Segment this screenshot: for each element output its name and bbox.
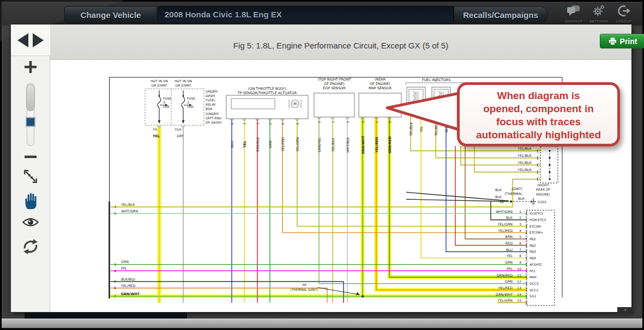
svg-text:UNDER-: UNDER- — [206, 89, 218, 93]
annotation-callout: When diagram is opened, component in foc… — [457, 82, 620, 146]
svg-text:HOT IN ON: HOT IN ON — [174, 80, 192, 83]
svg-text:BLK: BLK — [506, 216, 513, 219]
map-sensor-group: (REAROF ENGINE)MAP SENSOR3GRN/WHT1YEL/RE… — [359, 77, 401, 154]
svg-text:13: 13 — [517, 286, 521, 290]
contact-button[interactable]: CONTACT — [562, 5, 586, 26]
zoom-in-button[interactable] — [11, 59, 50, 77]
svg-text:S2: S2 — [499, 200, 504, 204]
svg-text:WHT/BLK: WHT/BLK — [346, 137, 350, 152]
svg-text:YEL/BLU: YEL/BLU — [331, 138, 335, 152]
svg-text:DASH: DASH — [206, 94, 215, 97]
svg-text:EOP SENSOR: EOP SENSOR — [323, 86, 346, 90]
svg-text:BRN: BRN — [505, 235, 513, 239]
svg-text:3: 3 — [163, 101, 165, 104]
next-figure-arrow-icon[interactable] — [33, 33, 44, 47]
gear-icon — [592, 5, 606, 17]
svg-text:BOX: BOX — [206, 107, 212, 111]
injector-splice-group: YEL/BLKYEL/BLKYEL/BLKYEL/BLK — [517, 146, 558, 184]
refresh-button[interactable] — [11, 237, 50, 259]
visibility-button[interactable] — [11, 216, 50, 230]
svg-text:MAP SENSOR: MAP SENSOR — [369, 86, 392, 90]
zoom-slider-thumb[interactable] — [26, 84, 35, 111]
zoom-out-button[interactable] — [11, 152, 50, 162]
figure-title: Fig 5: 1.8L, Engine Performance Circuit,… — [50, 41, 631, 50]
diagram-canvas[interactable]: HOT IN ONOR STARTFUSE310AF5YELHOT IN ONO… — [50, 60, 631, 312]
svg-text:1: 1 — [375, 121, 378, 123]
svg-text:PPL: PPL — [121, 266, 128, 270]
svg-text:YEL/BLK: YEL/BLK — [517, 161, 532, 164]
svg-text:RED: RED — [505, 241, 513, 245]
svg-text:HOT IN ON: HOT IN ON — [151, 80, 168, 83]
svg-text:YEL/BLK: YEL/BLK — [121, 203, 135, 206]
settings-button[interactable]: SETTINGS — [587, 5, 611, 26]
svg-text:GRN/RED: GRN/RED — [388, 136, 392, 153]
svg-text:10A: 10A — [163, 105, 169, 108]
svg-text:15A: 15A — [187, 105, 193, 108]
recalls-campaigns-button[interactable]: Recalls/Campaigns — [454, 6, 547, 23]
print-button[interactable]: Print — [600, 34, 644, 48]
svg-text:PPL: PPL — [507, 267, 513, 271]
svg-text:M: M — [293, 102, 297, 106]
svg-text:PGM ETCS: PGM ETCS — [529, 218, 546, 222]
zoom-slider-handle[interactable] — [26, 117, 35, 127]
svg-text:(UNDER: (UNDER — [206, 112, 219, 115]
svg-text:4: 4 — [519, 229, 521, 233]
prev-figure-arrow-icon[interactable] — [17, 33, 28, 47]
viewer-toolbar — [11, 25, 50, 312]
svg-text:GRN: GRN — [505, 260, 513, 264]
svg-text:YEL/BLK: YEL/BLK — [517, 168, 532, 172]
svg-text:GRN/WHT: GRN/WHT — [496, 292, 513, 296]
svg-text:GRN: GRN — [268, 140, 272, 148]
svg-text:INJ3: INJ3 — [529, 249, 536, 254]
svg-text:2: 2 — [519, 216, 521, 219]
change-vehicle-button[interactable]: Change Vehicle — [64, 6, 157, 23]
svg-text:3: 3 — [114, 262, 116, 266]
svg-text:AFSHTC: AFSHTC — [529, 262, 542, 266]
bottom-gray-strip — [2, 319, 642, 328]
eye-icon — [22, 216, 39, 228]
svg-text:(ON THROTTLE BODY): (ON THROTTLE BODY) — [248, 87, 286, 91]
svg-text:2: 2 — [346, 121, 350, 123]
figure-nav — [11, 25, 50, 56]
svg-text:REAR OF: REAR OF — [536, 187, 551, 191]
svg-text:5: 5 — [114, 279, 116, 283]
svg-text:6: 6 — [281, 123, 285, 125]
zoom-slider[interactable] — [27, 83, 34, 146]
scroll-down-nub[interactable]: ▼ — [617, 307, 634, 314]
svg-text:BLU: BLU — [506, 248, 513, 252]
pan-tool-button[interactable] — [11, 191, 50, 212]
svg-text:YEL/GRN: YEL/GRN — [497, 222, 513, 226]
svg-text:2: 2 — [269, 123, 272, 125]
svg-text:RELAY: RELAY — [206, 102, 216, 106]
svg-text:9: 9 — [519, 260, 521, 264]
svg-text:S8: S8 — [302, 283, 306, 286]
svg-text:JOINT): JOINT) — [511, 187, 522, 191]
svg-text:5: 5 — [296, 123, 299, 125]
svg-text:FUSE/: FUSE/ — [206, 98, 215, 102]
svg-text:FUEL INJECTORS: FUEL INJECTORS — [422, 78, 450, 82]
svg-text:2: 2 — [388, 121, 392, 123]
svg-text:1: 1 — [256, 123, 260, 125]
svg-text:GRN/WHT: GRN/WHT — [361, 135, 365, 154]
svg-text:F24: F24 — [175, 127, 181, 131]
svg-text:YEL: YEL — [506, 254, 513, 258]
svg-text:7: 7 — [114, 294, 116, 298]
fit-to-screen-button[interactable] — [11, 168, 50, 187]
svg-text:YEL/RED: YEL/RED — [497, 229, 513, 233]
svg-text:8: 8 — [519, 254, 521, 258]
svg-text:YEL/BLK: YEL/BLK — [409, 122, 413, 137]
svg-text:3: 3 — [519, 222, 521, 226]
svg-text:WHT/GRN: WHT/GRN — [121, 209, 138, 213]
logout-button[interactable]: LOGOUT — [612, 5, 636, 26]
hand-icon — [21, 191, 40, 210]
svg-text:BLU: BLU — [230, 141, 234, 148]
svg-text:YEL: YEL — [152, 134, 160, 138]
svg-text:OR START: OR START — [152, 84, 167, 87]
svg-text:OF DASH): OF DASH) — [206, 120, 221, 124]
svg-text:15: 15 — [517, 298, 521, 302]
viewer-header: Fig 5: 1.8L, Engine Performance Circuit,… — [50, 25, 631, 60]
svg-text:3: 3 — [243, 123, 246, 125]
svg-text:BLK: BLK — [518, 197, 525, 200]
bottom-dark-bar — [25, 313, 187, 319]
svg-text:6: 6 — [519, 241, 521, 245]
